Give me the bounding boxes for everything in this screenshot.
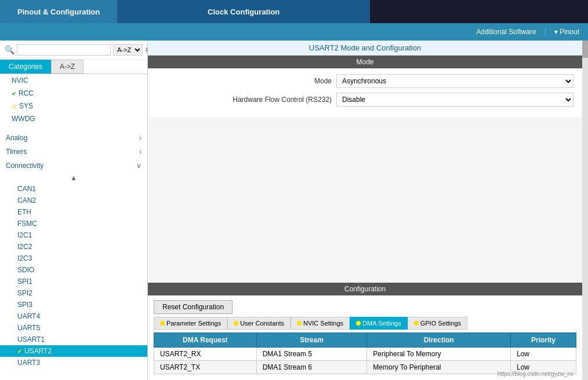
content-area: USART2 Mode and Configuration Mode Mode …	[148, 41, 582, 380]
sidebar-item-spi2[interactable]: SPI2	[0, 287, 147, 299]
sidebar-item-uart5[interactable]: UART5	[0, 322, 147, 334]
check-icon: ✔	[12, 90, 16, 97]
reset-config-button[interactable]: Reset Configuration	[154, 300, 233, 314]
chevron-down-icon: ∨	[136, 162, 141, 170]
additional-software-label: Additional Software	[476, 28, 536, 36]
clock-config-tab[interactable]: Clock Configuration	[117, 0, 370, 23]
cell-request-1: USART2_TX	[154, 361, 257, 374]
sort-select[interactable]: A->Z	[113, 44, 143, 56]
sidebar-item-i2c2[interactable]: I2C2	[0, 241, 147, 253]
cell-priority-0: Low	[511, 348, 576, 361]
col-stream: Stream	[256, 333, 367, 348]
pinout-btn[interactable]: ▾ Pinout	[545, 28, 588, 36]
chevron-right-icon: ›	[139, 134, 141, 142]
sidebar-item-sdio[interactable]: SDIO	[0, 264, 147, 276]
watermark: https://blog.csdn.net/gyzw_nx	[498, 371, 574, 377]
dot-nvic	[297, 321, 302, 326]
sidebar-item-usart2[interactable]: ✔ USART2	[0, 345, 147, 357]
config-section: Configuration Reset Configuration Parame…	[148, 283, 582, 380]
sidebar-item-i2c3[interactable]: I2C3	[0, 253, 147, 264]
check-icon-usart2: ✔	[17, 348, 22, 355]
pinout-config-tab[interactable]: Pinout & Configuration	[0, 0, 117, 23]
mode-section: Mode Mode Asynchronous Hardware Flow Con…	[148, 56, 582, 117]
chevron-right-icon-timers: ›	[139, 148, 141, 156]
sidebar-item-wwdg[interactable]: WWDG	[0, 112, 147, 125]
pinout-config-label: Pinout & Configuration	[17, 8, 100, 16]
content-title: USART2 Mode and Configuration	[148, 41, 582, 56]
tab-categories[interactable]: Categories	[0, 60, 51, 74]
table-row: USART2_RX DMA1 Stream 5 Peripheral To Me…	[154, 348, 576, 361]
sidebar-item-can2[interactable]: CAN2	[0, 195, 147, 206]
dot-dma	[356, 321, 361, 326]
dma-table: DMA Request Stream Direction Priority	[154, 332, 576, 374]
sidebar-item-usart1[interactable]: USART1	[0, 334, 147, 345]
dot-param	[160, 321, 165, 326]
category-connectivity[interactable]: Connectivity ∨	[0, 159, 147, 173]
col-priority: Priority	[511, 333, 576, 348]
category-timers[interactable]: Timers ›	[0, 145, 147, 159]
flow-control-label: Hardware Flow Control (RS232)	[157, 96, 336, 104]
sidebar-item-uart4[interactable]: UART4	[0, 310, 147, 322]
flow-control-select[interactable]: Disable	[336, 93, 574, 107]
search-icon: 🔍	[5, 45, 14, 54]
cell-direction-0: Peripheral To Memory	[367, 348, 511, 361]
sidebar-item-i2c1[interactable]: I2C1	[0, 229, 147, 241]
mode-label: Mode	[157, 77, 336, 85]
sidebar-item-sys[interactable]: ⚠ SYS	[0, 100, 147, 112]
mode-select[interactable]: Asynchronous	[336, 74, 574, 88]
sidebar-item-eth[interactable]: ETH	[0, 206, 147, 218]
col-direction: Direction	[367, 333, 511, 348]
mode-section-header: Mode	[148, 56, 582, 68]
scrollbar-right[interactable]	[582, 41, 588, 380]
cell-direction-1: Memory To Peripheral	[367, 361, 511, 374]
config-section-header: Configuration	[148, 283, 582, 295]
sidebar-item-fsmc[interactable]: FSMC	[0, 218, 147, 229]
tab-nvic-settings[interactable]: NVIC Settings	[291, 317, 350, 330]
sidebar-item-spi3[interactable]: SPI3	[0, 299, 147, 310]
sidebar-item-nvic[interactable]: NVIC	[0, 74, 147, 87]
dot-gpio	[414, 321, 419, 326]
tab-parameter-settings[interactable]: Parameter Settings	[154, 317, 227, 330]
tab-gpio-settings[interactable]: GPIO Settings	[408, 317, 467, 330]
cell-stream-0: DMA1 Stream 5	[256, 348, 367, 361]
cell-stream-1: DMA1 Stream 6	[256, 361, 367, 374]
dot-user	[234, 321, 238, 326]
sidebar-item-spi1[interactable]: SPI1	[0, 276, 147, 287]
clock-config-label: Clock Configuration	[208, 8, 280, 16]
tab-dma-settings[interactable]: DMA Settings	[350, 317, 408, 330]
sidebar-item-uart3[interactable]: UART3	[0, 357, 147, 368]
cell-request-0: USART2_RX	[154, 348, 257, 361]
tab-user-constants[interactable]: User Constants	[227, 317, 291, 330]
category-analog[interactable]: Analog ›	[0, 131, 147, 145]
warn-icon: ⚠	[12, 103, 17, 109]
sidebar-item-can1[interactable]: CAN1	[0, 183, 147, 195]
sidebar: 🔍 A->Z ⚙ Categories A->Z NVIC ✔ RCC ⚠	[0, 41, 148, 380]
search-input[interactable]	[17, 44, 111, 56]
pinout-label: ▾ Pinout	[554, 28, 579, 36]
tab-atoz[interactable]: A->Z	[51, 60, 84, 74]
col-dma-request: DMA Request	[154, 333, 257, 348]
scroll-up-arrow[interactable]: ▲	[0, 173, 147, 183]
sidebar-item-rcc[interactable]: ✔ RCC	[0, 87, 147, 100]
additional-software-btn[interactable]: Additional Software	[467, 28, 545, 36]
